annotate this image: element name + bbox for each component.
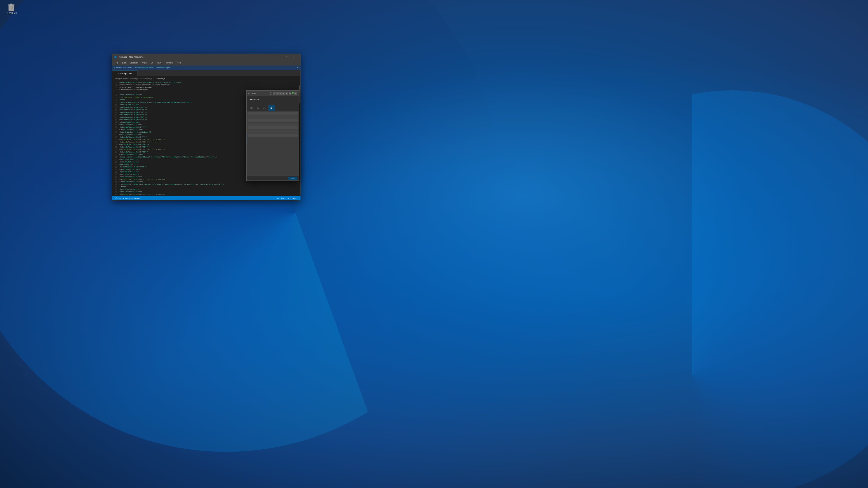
breadcrumb-contentpage2[interactable]: ContentPage (155, 77, 165, 79)
list-item[interactable] (248, 119, 298, 122)
editor-gutter: 1234567891011121314151617181920212223242… (112, 81, 119, 196)
errors-text: ⊘ No Issues Found (125, 197, 140, 199)
line-number: 42 (112, 183, 119, 186)
line-number: 37 (112, 171, 119, 173)
status-errors[interactable]: ⊘ ⊘ No Issues Found (122, 197, 141, 199)
line-number: 17 (112, 121, 119, 124)
status-format[interactable]: CRLF (292, 197, 299, 199)
preview-split-btn[interactable]: ⊞ (282, 92, 285, 95)
line-number: 13 (112, 111, 119, 113)
menu-run[interactable]: Run (156, 61, 163, 64)
menu-go[interactable]: Go (149, 61, 155, 64)
notification-link-dismiss[interactable]: Don't show again (156, 67, 170, 69)
list-item[interactable] (248, 116, 298, 119)
app-list-content (247, 111, 299, 175)
errors-icon: ⊘ (123, 197, 125, 199)
preview-titlebar: moovpad 📱 ← → ↺ ⊞ ⊕ ⚙ ─ (247, 91, 299, 96)
line-number: 18 (112, 124, 119, 126)
preview-minimize-btn[interactable]: ─ (294, 92, 297, 95)
list-item[interactable] (248, 130, 298, 133)
vscode-title: moovpad - MainPage.xaml (119, 56, 143, 58)
nav-user-btn[interactable] (261, 105, 268, 111)
line-number: 31 (112, 156, 119, 158)
menu-terminal[interactable]: Terminal (163, 61, 175, 64)
status-col[interactable]: Col 1 (280, 197, 286, 199)
titlebar-left: moovpad - MainPage.xaml (114, 55, 274, 59)
list-item[interactable] (248, 126, 298, 129)
code-line: xmlns:x="http://schemas.microsoft.com/wi… (119, 84, 298, 86)
svg-point-8 (258, 108, 259, 109)
line-number: 35 (112, 166, 119, 168)
line-number: 20 (112, 129, 119, 131)
line-number: 15 (112, 116, 119, 119)
menu-file[interactable]: File (113, 61, 120, 64)
line-number: 8 (112, 99, 119, 101)
vscode-notification-bar: ℹ New to .NET MAUI? Click here to learn … (112, 66, 301, 70)
preview-active-dot[interactable] (292, 92, 293, 94)
notification-link-learn[interactable]: Click here to learn more! (133, 67, 153, 69)
tab-close-icon[interactable]: ✕ (133, 72, 135, 74)
line-number: 46 (112, 193, 119, 196)
menu-help[interactable]: Help (175, 61, 183, 64)
status-right: Ln 1 Col 1 SPC CRLF (275, 197, 299, 199)
menu-selection[interactable]: Selection (128, 61, 140, 64)
line-number: 24 (112, 138, 119, 141)
preview-back-btn[interactable]: ← (273, 92, 276, 95)
preview-refresh-btn[interactable]: ↺ (279, 92, 282, 95)
code-line: <ContentPage xmlns="http://schemas.micro… (119, 81, 298, 84)
preview-settings-btn[interactable]: ⚙ (289, 92, 291, 95)
nav-cart-btn[interactable] (255, 105, 261, 111)
line-number: 6 (112, 94, 119, 96)
close-button[interactable]: ✕ (290, 54, 299, 60)
nav-active-btn[interactable] (268, 105, 275, 111)
vscode-titlebar: moovpad - MainPage.xaml ─ □ ✕ (112, 54, 301, 60)
preview-device-btn[interactable]: 📱 (270, 92, 272, 95)
code-line: </Grid.ColumnDefinitions> (119, 181, 298, 183)
vscode-menubar: File Edit Selection View Go Run Terminal… (112, 60, 301, 66)
app-nav-bar (247, 103, 299, 111)
tab-mainpage-xaml[interactable]: ⬡ MainPage.xaml ✕ (112, 70, 138, 76)
preview-forward-btn[interactable]: → (276, 92, 279, 95)
line-number: 22 (112, 133, 119, 136)
preview-app-content: moovpad (247, 96, 299, 181)
list-item[interactable] (248, 133, 298, 137)
svg-point-9 (264, 107, 266, 108)
line-number: 16 (112, 119, 119, 121)
menu-edit[interactable]: Edit (121, 61, 128, 64)
menu-view[interactable]: View (141, 61, 148, 64)
minimize-button[interactable]: ─ (274, 54, 282, 60)
breadcrumb-project[interactable]: moovpad (net7.0-maccatalyst) (115, 77, 139, 79)
line-number: 26 (112, 143, 119, 146)
vscode-tabs-bar: ⬡ MainPage.xaml ✕ (112, 70, 301, 76)
notification-sep: | (155, 67, 155, 69)
line-number: 44 (112, 188, 119, 191)
svg-rect-1 (8, 4, 14, 5)
nav-landscape-btn[interactable] (248, 105, 254, 111)
breadcrumb-sep-2: › (153, 77, 154, 79)
status-branch[interactable]: ⎇ main (114, 197, 122, 199)
git-branch-icon: ⎇ (115, 197, 117, 199)
list-item[interactable] (248, 123, 298, 126)
line-number: 25 (112, 141, 119, 143)
tab-label: MainPage.xaml (118, 72, 132, 75)
line-number: 10 (112, 104, 119, 106)
wallpaper-swirl-2 (529, 90, 868, 488)
recycle-bin-icon[interactable]: Recycle Bin (2, 2, 20, 15)
line-number: 5 (112, 91, 119, 94)
line-number: 41 (112, 181, 119, 183)
line-number: 27 (112, 146, 119, 149)
list-item[interactable] (248, 112, 298, 115)
code-line: <ColumnDefinition Width="73" /><!-- Grid… (119, 193, 298, 196)
breadcrumb-contentpage1[interactable]: ContentPage (142, 77, 152, 79)
notification-text: New to .NET MAUI? (116, 67, 132, 69)
line-number: 21 (112, 131, 119, 133)
line-number: 38 (112, 173, 119, 176)
notification-close[interactable]: ✕ (297, 67, 299, 69)
maximize-button[interactable]: □ (282, 54, 290, 60)
app-footer-button[interactable]: —— (288, 177, 297, 180)
status-ln[interactable]: Ln 1 (275, 197, 280, 199)
preview-zoom-btn[interactable]: ⊕ (285, 92, 288, 95)
status-encoding[interactable]: SPC (287, 197, 292, 199)
line-number: 19 (112, 126, 119, 129)
line-number: 4 (112, 89, 119, 91)
